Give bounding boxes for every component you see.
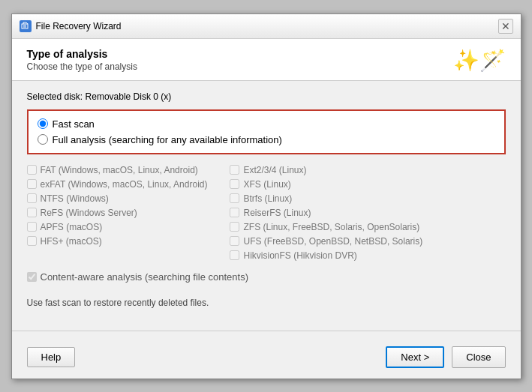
fs-apfs: APFS (macOS) <box>27 222 208 232</box>
fs-ufs: UFS (FreeBSD, OpenBSD, NetBSD, Solaris) <box>230 236 422 247</box>
help-button[interactable]: Help <box>27 347 76 367</box>
app-icon <box>20 20 32 32</box>
fs-hikvision: HikvisionFS (Hikvision DVR) <box>230 250 422 261</box>
fs-apfs-checkbox <box>27 222 37 232</box>
hint-text: Use fast scan to restore recently delete… <box>27 298 506 308</box>
fs-exfat: exFAT (Windows, macOS, Linux, Android) <box>27 179 208 190</box>
wizard-body: Selected disk: Removable Disk 0 (x) Fast… <box>12 81 521 331</box>
fs-fat-label: FAT (Windows, macOS, Linux, Android) <box>41 165 198 175</box>
fs-xfs-label: XFS (Linux) <box>243 179 290 190</box>
fs-ext234-checkbox <box>230 165 239 175</box>
fs-btrfs-label: Btrfs (Linux) <box>243 193 292 204</box>
scan-type-group: Fast scan Full analysis (searching for a… <box>27 109 506 154</box>
fs-xfs: XFS (Linux) <box>230 179 422 190</box>
fs-zfs-checkbox <box>230 222 239 232</box>
fs-xfs-checkbox <box>230 179 239 189</box>
fs-hikvision-label: HikvisionFS (Hikvision DVR) <box>243 250 356 261</box>
svg-rect-0 <box>22 24 28 28</box>
fs-btrfs-checkbox <box>230 193 239 203</box>
content-aware-section: Content-aware analysis (searching file c… <box>27 271 506 283</box>
fs-fat-checkbox <box>27 165 37 175</box>
selected-disk-label: Selected disk: Removable Disk 0 (x) <box>27 91 506 102</box>
fast-scan-option[interactable]: Fast scan <box>38 118 495 130</box>
wizard-subtitle: Choose the type of analysis <box>27 61 137 72</box>
content-aware-checkbox <box>27 272 37 282</box>
fast-scan-label: Fast scan <box>53 118 95 130</box>
filesystem-section: FAT (Windows, macOS, Linux, Android) exF… <box>27 165 506 261</box>
right-buttons: Next > Close <box>386 346 505 368</box>
button-bar: Help Next > Close <box>12 340 521 379</box>
divider <box>12 331 521 331</box>
wizard-header: Type of analysis Choose the type of anal… <box>12 39 521 81</box>
title-bar: File Recovery Wizard ✕ <box>12 14 521 39</box>
fs-column-left: FAT (Windows, macOS, Linux, Android) exF… <box>27 165 208 261</box>
fs-zfs: ZFS (Linux, FreeBSD, Solaris, OpenSolari… <box>230 222 422 232</box>
fs-ntfs: NTFS (Windows) <box>27 193 208 204</box>
fs-hfsp-checkbox <box>27 236 37 246</box>
fs-ufs-label: UFS (FreeBSD, OpenBSD, NetBSD, Solaris) <box>243 236 422 247</box>
title-bar-left: File Recovery Wizard <box>20 20 122 32</box>
content-aware-label: Content-aware analysis (searching file c… <box>27 271 506 283</box>
fs-ext234: Ext2/3/4 (Linux) <box>230 165 422 175</box>
fs-fat: FAT (Windows, macOS, Linux, Android) <box>27 165 208 175</box>
full-analysis-label: Full analysis (searching for any availab… <box>53 134 282 145</box>
fs-zfs-label: ZFS (Linux, FreeBSD, Solaris, OpenSolari… <box>243 222 419 232</box>
fs-ntfs-label: NTFS (Windows) <box>41 193 109 204</box>
fs-exfat-checkbox <box>27 179 37 189</box>
fs-hfsp: HFS+ (macOS) <box>27 236 208 247</box>
fast-scan-radio[interactable] <box>38 118 48 129</box>
fs-ufs-checkbox <box>230 236 239 246</box>
fs-column-right: Ext2/3/4 (Linux) XFS (Linux) Btrfs (Linu… <box>230 165 422 261</box>
full-analysis-radio[interactable] <box>38 134 48 145</box>
fs-hfsp-label: HFS+ (macOS) <box>41 236 102 247</box>
fs-reiserfs-label: ReiserFS (Linux) <box>243 208 311 218</box>
full-analysis-option[interactable]: Full analysis (searching for any availab… <box>38 134 495 145</box>
dialog-title: File Recovery Wizard <box>36 21 122 31</box>
wizard-header-text: Type of analysis Choose the type of anal… <box>27 48 137 72</box>
fs-refs: ReFS (Windows Server) <box>27 208 208 218</box>
fs-reiserfs-checkbox <box>230 208 239 217</box>
fs-ext234-label: Ext2/3/4 (Linux) <box>243 165 306 175</box>
fs-refs-label: ReFS (Windows Server) <box>41 208 137 218</box>
close-button[interactable]: Close <box>452 346 505 368</box>
next-button[interactable]: Next > <box>386 346 444 368</box>
fs-apfs-label: APFS (macOS) <box>41 222 103 232</box>
fs-exfat-label: exFAT (Windows, macOS, Linux, Android) <box>41 179 208 190</box>
fs-btrfs: Btrfs (Linux) <box>230 193 422 204</box>
wizard-title: Type of analysis <box>27 48 137 60</box>
fs-reiserfs: ReiserFS (Linux) <box>230 208 422 218</box>
close-icon[interactable]: ✕ <box>498 19 513 34</box>
content-aware-text: Content-aware analysis (searching file c… <box>41 271 248 283</box>
fs-refs-checkbox <box>27 208 37 217</box>
fs-hikvision-checkbox <box>230 250 239 260</box>
fs-ntfs-checkbox <box>27 193 37 203</box>
file-recovery-wizard-dialog: File Recovery Wizard ✕ Type of analysis … <box>11 13 521 379</box>
wizard-icon: ✨🪄 <box>453 48 506 73</box>
